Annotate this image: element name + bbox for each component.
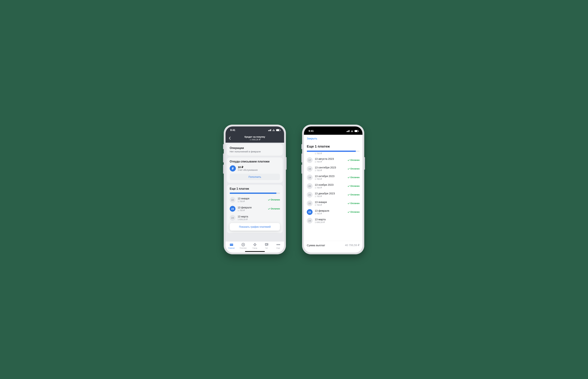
battery-icon [354, 130, 359, 132]
paid-label: Оплачен [350, 211, 360, 213]
svg-rect-8 [278, 244, 279, 245]
schedule-progress-fill [230, 192, 276, 194]
payment-amount: 1 700 ₽ [315, 187, 346, 189]
schedule-progress [307, 151, 360, 152]
phone-mockup-b: 9:41 Закрыть Еще 1 платеж 1 700 ₽ 1713 а… [302, 125, 364, 254]
tab-chat[interactable]: Чат [261, 243, 272, 249]
schedule-title: Еще 1 платеж [307, 144, 360, 148]
payment-amount: 1 700 ₽ [315, 178, 346, 180]
topup-button[interactable]: Пополнить [230, 174, 280, 180]
more-icon [276, 243, 280, 246]
device-power-button [364, 157, 365, 170]
payment-index: 23 [230, 206, 236, 212]
svg-rect-0 [230, 244, 233, 246]
status-bar: 9:41 [304, 126, 363, 135]
home-indicator[interactable] [245, 251, 265, 252]
payment-amount: 1 700 ₽ [315, 160, 346, 163]
payment-date: 13 августа 2023 [315, 158, 346, 160]
schedule-title: Еще 1 платеж [230, 187, 280, 190]
payment-index: 23 [307, 209, 313, 215]
payment-amount: 1 700 ₽ [315, 152, 360, 155]
payment-date: 13 ноября 2023 [315, 183, 346, 186]
payments-icon [241, 243, 245, 246]
paid-label: Оплачен [350, 159, 360, 161]
close-button[interactable]: Закрыть [307, 137, 317, 140]
ruble-icon: ₽ [230, 165, 236, 172]
device-volume-down [302, 165, 302, 174]
tab-home-label: Главная [228, 247, 235, 249]
tab-more[interactable]: Еще [273, 243, 284, 249]
payment-row[interactable]: 2213 января1 700 ₽Оплачен [230, 195, 280, 204]
payment-row[interactable]: 1713 августа 20231 700 ₽Оплачен [307, 156, 360, 164]
tab-bar: Главная Платежи Город Чат [225, 241, 284, 253]
account-row[interactable]: ₽ 10 ₽ Счет обслуживания [230, 165, 280, 172]
paid-badge: Оплачен [348, 211, 360, 213]
home-icon [229, 243, 234, 246]
tab-home[interactable]: Главная [226, 243, 237, 249]
payment-row[interactable]: 2313 февраля1 700 ₽Оплачен [307, 208, 360, 216]
payment-row[interactable]: 1913 октября 20231 700 ₽Оплачен [307, 173, 360, 182]
paid-label: Оплачен [271, 199, 280, 201]
payment-row[interactable]: 2413 марта1 699,59 ₽ [230, 213, 280, 222]
schedule-list[interactable]: 1 700 ₽ 1713 августа 20231 700 ₽Оплачен1… [304, 152, 363, 241]
operations-card[interactable]: Операции Нет пополнений в феврале [227, 144, 283, 156]
chat-icon [265, 243, 269, 246]
paid-badge: Оплачен [348, 168, 360, 170]
cellular-icon [268, 129, 271, 131]
tab-more-label: Еще [277, 247, 280, 249]
payment-amount: 1 700 ₽ [315, 212, 346, 215]
payment-row[interactable]: 2413 марта1 699,59 ₽ [307, 216, 360, 225]
total-label: Сумма выплат [307, 244, 325, 247]
payment-index: 18 [307, 166, 313, 172]
show-schedule-button[interactable]: Показать график платежей [230, 223, 280, 231]
svg-rect-7 [277, 244, 278, 245]
tab-payments[interactable]: Платежи [238, 243, 248, 249]
device-mute-switch [302, 144, 302, 149]
paid-badge: Оплачен [268, 207, 280, 210]
tab-payments-label: Платежи [239, 247, 247, 249]
svg-rect-9 [279, 244, 280, 245]
nav-title: Кредит на покупку [225, 136, 284, 138]
wifi-icon [272, 129, 275, 131]
payment-date: 13 марта [238, 215, 280, 218]
svg-rect-6 [266, 244, 267, 245]
cellular-icon [347, 130, 350, 132]
payment-row[interactable]: 2113 декабря 20231 700 ₽Оплачен [307, 190, 360, 199]
city-icon [253, 243, 257, 246]
tab-city-label: Город [253, 247, 257, 249]
payment-index: 21 [307, 192, 313, 198]
device-mute-switch [223, 144, 224, 149]
status-time: 9:41 [230, 129, 235, 131]
payment-date: 13 января [315, 201, 346, 204]
battery-icon [276, 129, 280, 131]
paid-badge: Оплачен [348, 202, 360, 205]
payment-index: 24 [307, 218, 313, 223]
account-amount: 10 ₽ [238, 166, 258, 169]
payment-date: 13 марта [315, 218, 360, 221]
payment-row[interactable]: 2213 января1 700 ₽Оплачен [307, 199, 360, 208]
payment-amount: 1 700 ₽ [315, 204, 346, 206]
payment-row[interactable]: 1813 сентября 20231 700 ₽Оплачен [307, 164, 360, 173]
paid-label: Оплачен [350, 202, 360, 205]
payment-amount: 1 700 ₽ [238, 209, 266, 212]
paid-badge: Оплачен [268, 199, 280, 201]
total-row: Сумма выплат 40 799,59 ₽ [304, 241, 363, 253]
payment-date: 13 января [238, 197, 266, 200]
main-scroll[interactable]: Операции Нет пополнений в феврале Откуда… [225, 143, 284, 241]
schedule-progress-fill [307, 151, 356, 152]
payment-index: 17 [307, 157, 313, 163]
tab-city[interactable]: Город [250, 243, 260, 249]
payment-row[interactable]: 2013 ноября 20231 700 ₽Оплачен [307, 182, 360, 190]
paid-badge: Оплачен [348, 193, 360, 196]
payment-amount: 1 699,59 ₽ [315, 221, 360, 223]
device-volume-up [302, 154, 302, 162]
payment-date: 13 октября 2023 [315, 175, 346, 178]
payment-index: 19 [307, 174, 313, 180]
operations-subtitle: Нет пополнений в феврале [230, 150, 280, 153]
payment-amount: 1 700 ₽ [315, 195, 346, 198]
schedule-progress [230, 192, 280, 194]
paid-label: Оплачен [350, 185, 360, 187]
nav-subtitle: –1 693,26 ₽ [225, 138, 284, 141]
device-power-button [286, 157, 286, 170]
payment-row[interactable]: 2313 февраля1 700 ₽Оплачен [230, 204, 280, 213]
